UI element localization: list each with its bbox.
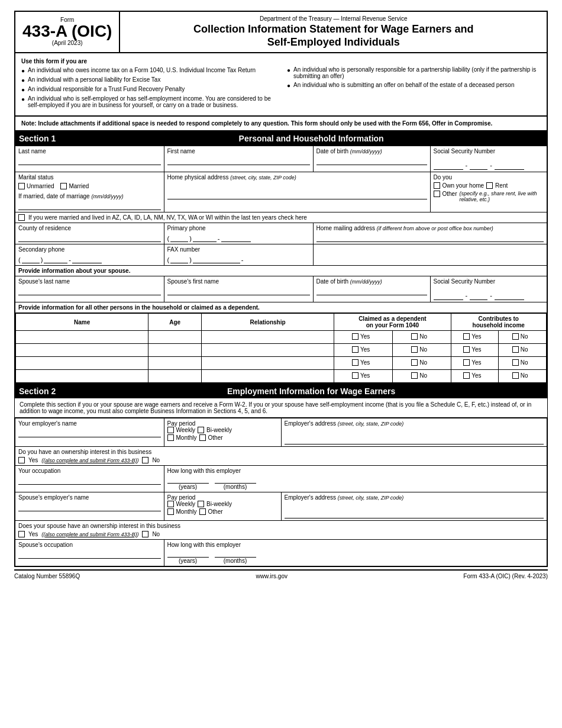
fax-area-code[interactable] [170, 255, 188, 263]
monthly-checkbox[interactable] [167, 434, 174, 441]
person1-claimed-no: No [411, 333, 427, 340]
person3-relationship[interactable] [201, 357, 334, 370]
ownership-no-checkbox[interactable] [142, 457, 148, 463]
spouse-ssn-part1[interactable] [434, 291, 463, 300]
spouse-employer-address-cell: Employer's address (street, city, state,… [281, 492, 547, 521]
primary-exchange[interactable] [193, 234, 217, 242]
spouse-employer-address-input[interactable] [285, 509, 544, 518]
spouse-ownership-no-checkbox[interactable] [142, 531, 148, 537]
person2-age[interactable] [148, 344, 202, 357]
weekly-label: Weekly [176, 427, 196, 433]
person1-age[interactable] [148, 331, 202, 344]
secondary-number[interactable] [72, 255, 102, 263]
spouse-last-input[interactable] [18, 286, 161, 295]
married-checkbox[interactable] [60, 183, 67, 189]
spouse-first-label: Spouse's first name [167, 278, 310, 285]
do-you-label: Do you [434, 174, 544, 181]
person4-age[interactable] [148, 370, 202, 383]
unmarried-label: Unmarried [27, 183, 54, 189]
person2-contrib-yes: Yes [463, 346, 481, 353]
primary-area-code[interactable] [170, 234, 188, 242]
other-checkbox[interactable] [434, 191, 440, 197]
secondary-exchange[interactable] [44, 255, 67, 263]
row-county-phone: County of residence Primary phone ( ) - … [15, 223, 547, 244]
secondary-area-code[interactable] [22, 255, 40, 263]
own-home-label: Own your home [443, 182, 485, 189]
spouse-pay-options: Weekly Bi-weekly Monthly Other [167, 501, 278, 515]
bullet-dot: ● [287, 82, 290, 89]
az-checkbox[interactable] [18, 214, 25, 221]
first-name-cell: First name [164, 146, 313, 172]
home-address-format: (street, city, state, ZIP code) [230, 175, 296, 181]
spouse-biweekly-checkbox[interactable] [198, 501, 204, 507]
marriage-date-input[interactable] [18, 201, 161, 210]
person2-claimed-yes: Yes [352, 346, 370, 353]
dob-label: Date of birth [316, 148, 348, 154]
first-name-input[interactable] [167, 156, 310, 165]
fax-cell: FAX number ( ) - [164, 244, 313, 266]
ssn-part2[interactable] [470, 160, 487, 170]
az-check-label: If you were married and lived in AZ, CA,… [28, 214, 307, 221]
dob-input[interactable] [316, 156, 427, 165]
how-long-label: How long with this employer [167, 468, 544, 474]
unmarried-checkbox[interactable] [18, 183, 25, 189]
employer-name-input[interactable] [18, 428, 161, 437]
employer-address-input[interactable] [285, 435, 544, 444]
rent-checkbox[interactable] [486, 182, 493, 189]
last-name-input[interactable] [18, 156, 161, 165]
ssn-part3[interactable] [495, 160, 524, 170]
ownership-yes-checkbox[interactable] [18, 457, 25, 463]
spouse-ssn-part3[interactable] [495, 291, 524, 300]
persons-header: Name Age Relationship Claimed as a depen… [16, 314, 547, 331]
person3-age[interactable] [148, 357, 202, 370]
employer-address-label: Employer's address [285, 420, 337, 427]
biweekly-checkbox[interactable] [198, 427, 204, 433]
spouse-ownership-cell: Does your spouse have an ownership inter… [15, 521, 547, 540]
spouse-dob-input[interactable] [316, 286, 427, 295]
first-name-label: First name [167, 148, 195, 154]
spouse-other-checkbox[interactable] [199, 508, 206, 515]
row-marital-address: Marital status Unmarried Married If marr… [15, 172, 547, 212]
person1-relationship[interactable] [201, 331, 334, 344]
person4-claimed-no: No [411, 372, 427, 379]
col-claimed-header: Claimed as a dependenton your Form 1040 [334, 314, 451, 331]
spouse-first-input[interactable] [167, 286, 310, 295]
person1-name[interactable] [16, 331, 148, 344]
fax-number[interactable] [193, 255, 240, 263]
spouse-months-input[interactable] [215, 548, 256, 558]
ssn-part1[interactable] [434, 160, 463, 170]
spouse-ownership-yes-checkbox[interactable] [18, 531, 25, 537]
months-sub: (months) [215, 474, 256, 490]
spouse-weekly-checkbox[interactable] [167, 501, 174, 507]
spouse-weekly-label: Weekly [176, 501, 196, 507]
employer-name-label: Your employer's name [18, 420, 161, 427]
spouse-years-input[interactable] [167, 548, 209, 558]
spouse-how-long-cell: How long with this employer (years) (mon… [164, 540, 547, 567]
mailing-address-input[interactable] [316, 233, 544, 242]
county-input[interactable] [18, 233, 161, 242]
weekly-checkbox[interactable] [167, 427, 174, 433]
spouse-occupation-input[interactable] [18, 549, 161, 559]
home-address-input[interactable] [167, 190, 427, 199]
years-input[interactable] [167, 474, 209, 484]
primary-phone-cell: Primary phone ( ) - [164, 223, 313, 244]
spouse-dob-cell: Date of birth (mm/dd/yyyy) [313, 276, 430, 302]
person4-relationship[interactable] [201, 370, 334, 383]
person2-relationship[interactable] [201, 344, 334, 357]
own-home-checkbox[interactable] [434, 182, 440, 189]
other-pay-checkbox[interactable] [199, 434, 206, 441]
person3-contrib-yes: Yes [463, 359, 481, 366]
spouse-monthly-checkbox[interactable] [167, 508, 174, 515]
household-row-3: Yes No Yes No [16, 357, 547, 370]
person4-name[interactable] [16, 370, 148, 383]
primary-number[interactable] [221, 234, 251, 242]
months-input[interactable] [215, 474, 256, 484]
person2-name[interactable] [16, 344, 148, 357]
spouse-ssn-row: - - [434, 285, 544, 300]
occupation-input[interactable] [18, 475, 161, 485]
section1-number: Section 1 [19, 134, 56, 143]
spouse-ssn-part2[interactable] [470, 291, 487, 300]
person3-name[interactable] [16, 357, 148, 370]
ssn-label: Social Security Number [434, 148, 495, 154]
spouse-employer-input[interactable] [18, 502, 161, 511]
